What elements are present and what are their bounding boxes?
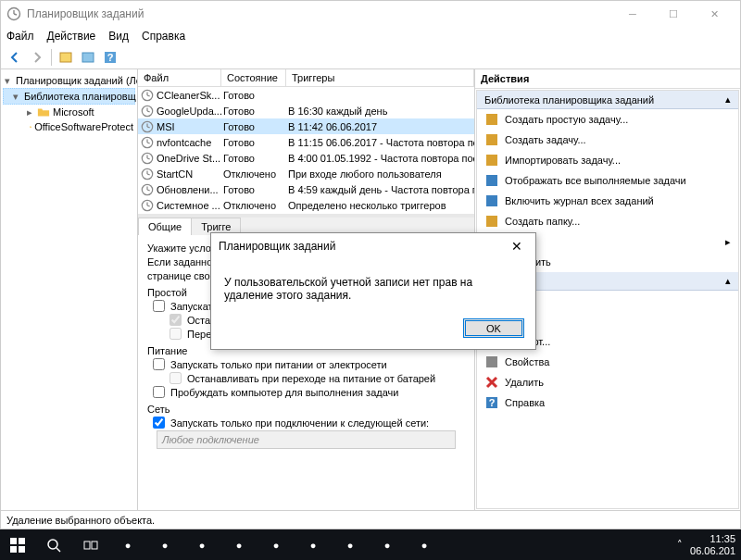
svg-rect-36	[486, 155, 497, 166]
task-trigger: В 4:00 01.05.1992 - Частота повтора посл…	[288, 153, 474, 164]
task-state: Готово	[223, 137, 288, 148]
close-button[interactable]: ✕	[694, 1, 735, 27]
tree-child-label: Microsoft	[53, 106, 94, 118]
taskbar-app[interactable]: ●	[109, 529, 146, 560]
error-dialog: Планировщик заданий ✕ У пользовательской…	[210, 232, 536, 350]
action-item[interactable]: Отображать все выполняемые задачи	[477, 170, 738, 191]
search-icon[interactable]	[35, 529, 72, 560]
svg-line-30	[147, 190, 150, 191]
tree-root[interactable]: ▾ Планировщик заданий (Лок	[3, 73, 135, 88]
menu-view[interactable]: Вид	[108, 30, 129, 43]
action-label: Справка	[505, 397, 545, 408]
back-button[interactable]	[5, 47, 25, 68]
action-item[interactable]: Создать задачу...	[477, 130, 738, 150]
task-row[interactable]: Системное ...ОтключеноОпределено несколь…	[138, 197, 474, 213]
taskbar-app[interactable]: ●	[369, 529, 406, 560]
task-row[interactable]: Обновлени...ГотовоВ 4:59 каждый день - Ч…	[138, 181, 474, 197]
task-row[interactable]: StartCNОтключеноПри входе любого пользов…	[138, 166, 474, 181]
action-icon	[484, 112, 499, 127]
chk-net-only[interactable]	[153, 417, 165, 429]
action-label: Создать простую задачу...	[505, 114, 628, 125]
taskbar-app[interactable]: ●	[183, 529, 220, 560]
start-button[interactable]	[0, 529, 35, 560]
action-item[interactable]: Импортировать задачу...	[477, 150, 738, 170]
taskbar-app[interactable]: ●	[220, 529, 257, 560]
action-icon: ?	[484, 395, 499, 410]
toolbar: ?	[1, 45, 740, 69]
tab-general[interactable]: Общие	[138, 218, 192, 235]
task-name: OneDrive St...	[157, 153, 223, 164]
action-item[interactable]: Включить журнал всех заданий	[477, 191, 738, 211]
svg-text:?: ?	[489, 397, 496, 408]
dialog-titlebar: Планировщик заданий ✕	[211, 233, 535, 259]
action-item[interactable]: Удалить	[477, 372, 738, 392]
menu-help[interactable]: Справка	[142, 30, 185, 43]
actions-section-library[interactable]: Библиотека планировщика заданий▴	[477, 91, 738, 109]
chk-power-ac[interactable]	[153, 358, 165, 370]
action-icon	[484, 173, 499, 188]
action-item[interactable]: Свойства	[477, 352, 738, 372]
task-trigger: При входе любого пользователя	[288, 168, 474, 180]
taskbar[interactable]: ● ● ● ● ● ● ● ● ● ˄ 11:35 06.06.201	[0, 529, 741, 560]
task-row[interactable]: nvfontcacheГотовоВ 11:15 06.06.2017 - Ча…	[138, 134, 474, 150]
menu-action[interactable]: Действие	[47, 30, 96, 43]
collapse-icon[interactable]: ▴	[725, 275, 731, 287]
task-row[interactable]: MSIГотовоВ 11:42 06.06.2017	[138, 118, 474, 134]
chk-power-wake[interactable]	[153, 386, 165, 398]
collapse-icon[interactable]: ▴	[725, 93, 731, 106]
tb-icon-2[interactable]	[78, 47, 98, 68]
maximize-button[interactable]: ☐	[653, 1, 694, 27]
tree-root-label: Планировщик заданий (Лок	[16, 75, 138, 86]
ok-button[interactable]: OK	[463, 318, 524, 338]
tree-child-office[interactable]: OfficeSoftwareProtect	[3, 119, 135, 134]
task-state: Отключено	[223, 168, 288, 180]
system-tray[interactable]: ˄ 11:35 06.06.201	[677, 533, 741, 555]
taskview-icon[interactable]	[72, 529, 109, 560]
chk-run-idle[interactable]	[153, 300, 165, 312]
status-text: Удаление выбранного объекта.	[6, 515, 155, 526]
action-item[interactable]: ?Справка	[477, 392, 738, 413]
action-label: Создать задачу...	[505, 134, 586, 145]
net-dropdown[interactable]: Любое подключение	[157, 430, 456, 449]
col-triggers[interactable]: Триггеры	[286, 69, 474, 86]
minimize-button[interactable]: ─	[612, 1, 653, 27]
chk-restart-idle	[170, 328, 182, 340]
action-item[interactable]: Создать простую задачу...	[477, 109, 738, 130]
chk-power-stop	[170, 372, 182, 384]
taskbar-app[interactable]: ●	[295, 529, 332, 560]
task-row[interactable]: OneDrive St...ГотовоВ 4:00 01.05.1992 - …	[138, 150, 474, 166]
tree-child-microsoft[interactable]: ▸ Microsoft	[3, 105, 135, 119]
task-list[interactable]: Файл Состояние Триггеры CCleanerSk...Гот…	[138, 69, 474, 218]
action-label: Удалить	[505, 377, 544, 388]
svg-line-21	[147, 143, 150, 143]
menu-file[interactable]: Файл	[6, 30, 34, 43]
taskbar-app[interactable]: ●	[257, 529, 295, 560]
tray-chevron-icon[interactable]: ˄	[677, 539, 683, 551]
col-state[interactable]: Состояние	[221, 69, 286, 86]
taskbar-app[interactable]: ●	[146, 529, 183, 560]
window-controls: ─ ☐ ✕	[612, 1, 735, 27]
help-button[interactable]: ?	[100, 47, 120, 68]
svg-rect-48	[10, 538, 17, 544]
action-item[interactable]: Создать папку...	[477, 211, 738, 231]
tb-icon-1[interactable]	[56, 47, 76, 68]
svg-rect-49	[19, 538, 25, 544]
tree-library[interactable]: ▾ Библиотека планировщ	[3, 88, 135, 105]
clock-date: 06.06.201	[690, 545, 735, 556]
forward-button[interactable]	[27, 47, 47, 68]
taskbar-app[interactable]: ●	[406, 529, 443, 560]
titlebar: Планировщик заданий ─ ☐ ✕	[1, 1, 740, 27]
folder-icon	[37, 106, 50, 118]
task-row[interactable]: CCleanerSk...Готово	[138, 87, 474, 103]
task-row[interactable]: GoogleUpda...ГотовоВ 16:30 каждый день	[138, 103, 474, 118]
app-icon	[6, 6, 21, 21]
taskbar-app[interactable]: ●	[332, 529, 369, 560]
svg-rect-45	[486, 356, 497, 367]
col-file[interactable]: Файл	[138, 69, 221, 86]
dialog-close-button[interactable]: ✕	[506, 237, 528, 255]
chk-stop-idle	[170, 314, 182, 326]
task-trigger: Определено несколько триггеров	[288, 200, 474, 211]
windows-icon	[10, 538, 25, 553]
svg-line-27	[147, 174, 150, 175]
tree-panel[interactable]: ▾ Планировщик заданий (Лок ▾ Библиотека …	[1, 69, 138, 510]
